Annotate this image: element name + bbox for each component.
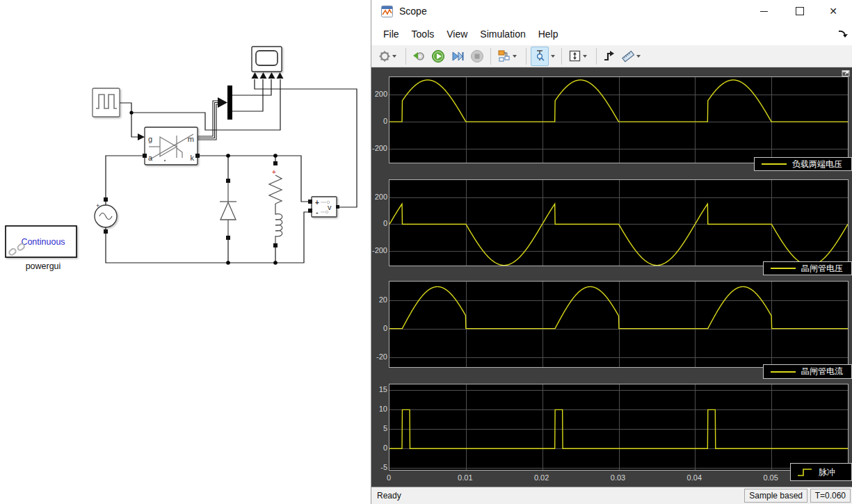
gate-arrow-icon [138, 133, 145, 140]
y-tick-label: -200 [371, 144, 387, 152]
settings-button[interactable] [376, 47, 401, 65]
legend-label: 脉冲 [819, 466, 835, 478]
scope-axes-2 [389, 179, 849, 266]
port-label-k: k [191, 154, 195, 162]
status-sim-time: T=0.060 [810, 489, 851, 503]
measurement-vector-wire [198, 101, 219, 140]
signal-selector-button[interactable] [495, 47, 522, 65]
menu-view[interactable]: View [440, 26, 474, 42]
circuit-diagram: g m a k [0, 0, 371, 504]
y-tick-label: 0 [371, 324, 387, 332]
trigger-button[interactable] [601, 47, 618, 65]
scope-axes-4 [389, 384, 849, 471]
scope-app-icon [381, 6, 393, 17]
y-tick-label: -20 [371, 352, 387, 361]
source-polarity: + [96, 202, 99, 209]
legend-2[interactable]: 晶闸管电压 [763, 261, 852, 275]
waveform-1 [389, 77, 848, 163]
y-tick-label: -5 [371, 463, 387, 471]
port-label-a: a [148, 154, 153, 162]
scope-block[interactable] [252, 47, 284, 79]
waveform-trace [389, 286, 848, 328]
toolbar [371, 45, 852, 67]
waveform-trace [389, 80, 848, 122]
menu-simulation[interactable]: Simulation [474, 26, 531, 42]
status-sample-mode: Sample based [744, 489, 807, 503]
legend-label: 晶闸管电流 [801, 366, 843, 377]
x-tick-label: 0.03 [604, 473, 632, 482]
waveform-trace [389, 409, 848, 448]
step-forward-button[interactable] [449, 47, 467, 65]
legend-line-icon [771, 371, 796, 373]
minimize-icon [760, 11, 768, 12]
dropdown-caret-icon [583, 55, 587, 58]
status-text: Ready [377, 491, 401, 501]
menu-file[interactable]: File [377, 26, 405, 42]
powergui-label: powergui [26, 261, 61, 271]
maximize-icon [796, 7, 804, 15]
load-polarity: + [272, 168, 276, 176]
gear-icon [378, 50, 391, 63]
legend-4[interactable]: 脉冲 [790, 463, 852, 481]
close-button[interactable]: ✕ [817, 0, 849, 22]
snapshot-button[interactable] [410, 47, 428, 65]
rl-load-block[interactable]: + [269, 161, 282, 247]
scope-window: Scope ✕ File Tools View Simulation Help [371, 0, 852, 504]
legend-1[interactable]: 负载两端电压 [754, 157, 852, 171]
run-icon [431, 49, 445, 63]
menu-help[interactable]: Help [532, 26, 565, 42]
span-button[interactable] [566, 47, 592, 65]
cursor-measurements-button[interactable] [531, 47, 549, 66]
signal-selector-icon [497, 49, 511, 63]
demux-block[interactable] [227, 86, 232, 120]
cursor-measurements-icon [533, 49, 546, 63]
scope-axes-1 [389, 76, 849, 163]
stop-button[interactable] [468, 47, 486, 65]
scope-axes-3 [389, 281, 849, 368]
scope-input-ports [252, 72, 284, 79]
x-tick-label: 0.01 [451, 473, 479, 482]
waveform-4 [389, 384, 848, 470]
x-tick-label: 0.05 [757, 473, 785, 482]
waveform-3 [389, 282, 848, 367]
window-title: Scope [399, 6, 427, 17]
thyristor-block[interactable]: g m a k [143, 127, 200, 165]
waveform-trace [389, 204, 848, 265]
x-tick-label: 0.04 [680, 473, 708, 482]
y-tick-label: 0 [371, 444, 387, 452]
run-button[interactable] [429, 47, 447, 65]
measurements-ruler-icon [621, 49, 635, 63]
x-tick-label: 0.02 [528, 473, 556, 482]
y-tick-label: 0 [371, 219, 387, 227]
powergui-mode-label: Continuous [21, 237, 65, 247]
simulink-snapshot-icon [412, 50, 426, 63]
legend-line-icon [771, 268, 796, 269]
menubar: File Tools View Simulation Help [371, 23, 852, 45]
y-tick-label: 20 [371, 295, 387, 304]
voltage-measurement-block[interactable]: + - v [308, 197, 339, 217]
minimize-button[interactable] [748, 0, 780, 22]
simulink-model-canvas: g m a k [0, 0, 371, 504]
scope-plot-area: 2000-200负载两端电压2000-200晶闸管电压200-20晶闸管电流15… [371, 67, 852, 487]
legend-line-icon [762, 163, 787, 165]
port-label-g: g [148, 135, 152, 143]
desktop: g m a k [0, 0, 852, 504]
y-tick-label: 5 [371, 424, 387, 432]
titlebar[interactable]: Scope ✕ [371, 0, 852, 23]
dock-arrow-icon[interactable] [838, 29, 848, 38]
demux-input-arrow-icon [218, 97, 227, 108]
port-label-m: m [188, 135, 194, 143]
menu-tools[interactable]: Tools [405, 26, 441, 42]
circuit-wires [106, 156, 308, 263]
x-tick-label: 0 [375, 473, 403, 482]
maximize-button[interactable] [784, 0, 816, 22]
step-forward-icon [451, 50, 465, 63]
measurements-button[interactable] [619, 47, 645, 65]
diode-block[interactable] [220, 179, 236, 240]
dropdown-caret-icon[interactable] [551, 55, 555, 58]
anode-port [143, 154, 147, 158]
pulse-generator-block[interactable] [93, 88, 120, 117]
y-tick-label: 200 [371, 90, 387, 98]
powergui-block[interactable]: Continuous powergui [6, 226, 77, 271]
legend-3[interactable]: 晶闸管电流 [763, 364, 852, 379]
